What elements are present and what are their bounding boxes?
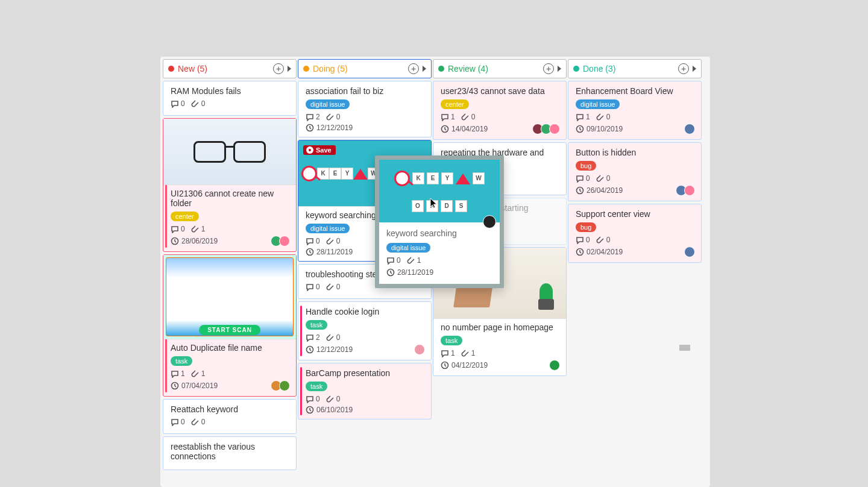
card-label: center (171, 212, 199, 221)
avatar (684, 185, 695, 196)
card[interactable]: user23/43 cannot save data center 1 0 14… (433, 81, 567, 140)
attachment-icon (191, 225, 200, 233)
card-title: Button is hidden (576, 148, 695, 157)
add-card-button[interactable]: + (678, 63, 689, 74)
card-label: digital issue (306, 224, 350, 233)
card[interactable]: BarCamp presentation task 0 0 06/10/2019 (298, 363, 432, 419)
avatar (483, 215, 496, 228)
attachment-icon (461, 349, 470, 357)
comment-count: 1 (181, 369, 185, 378)
card-avatars (552, 360, 560, 371)
comment-icon (306, 113, 314, 121)
add-card-button[interactable]: + (273, 63, 284, 74)
column-menu-icon[interactable] (288, 66, 291, 72)
card-counters: 0 0 (576, 174, 695, 183)
card-counters: 1 0 (576, 113, 695, 121)
card-drag-preview[interactable]: KEY WORDS keyword searching digital issu… (375, 156, 504, 288)
column-header-doing[interactable]: Doing (5) + (298, 59, 432, 78)
card-list: Enhancement Board View digital issue 1 0… (568, 81, 702, 263)
card-thumbnail: START SCAN (163, 255, 296, 339)
attachment-count: 0 (336, 283, 341, 291)
avatar (549, 124, 560, 134)
comment-count: 0 (181, 99, 185, 108)
column-header-done[interactable]: Done (3) + (568, 59, 702, 78)
avatar (684, 124, 695, 134)
card-avatars (687, 124, 695, 134)
card-label: bug (576, 161, 596, 171)
attachment-count: 1 (417, 256, 421, 265)
card-date: 14/04/2019 (451, 125, 488, 133)
comment-count: 0 (316, 237, 320, 245)
card[interactable]: Handle cookie login task 2 0 12/12/2019 (298, 301, 432, 360)
card-title: BarCamp presentation (306, 368, 425, 378)
card-counters: 0 0 (576, 236, 695, 244)
card[interactable]: UI21306 cannot create new folder center … (163, 118, 297, 252)
clock-icon (576, 186, 584, 195)
attachment-icon (596, 174, 605, 183)
comment-count: 0 (586, 236, 590, 244)
avatar (414, 344, 425, 355)
column-menu-icon[interactable] (693, 66, 696, 72)
card[interactable]: RAM Modules fails 0 0 (163, 81, 297, 116)
comment-icon (576, 174, 584, 183)
card[interactable]: Enhancement Board View digital issue 1 0… (568, 81, 702, 140)
clock-icon (171, 382, 179, 390)
comment-count: 0 (316, 283, 320, 291)
column-header-review[interactable]: Review (4) + (433, 59, 567, 78)
attachment-icon (407, 256, 415, 265)
attachment-icon (461, 113, 470, 121)
comment-icon (171, 99, 179, 108)
attachment-count: 0 (606, 236, 611, 244)
card-label: task (306, 320, 327, 330)
clock-icon (171, 237, 179, 245)
card-avatars (273, 236, 290, 247)
save-label: Save (316, 146, 332, 154)
comment-icon (171, 369, 179, 378)
card-stripe (300, 306, 302, 356)
card[interactable]: Reattach keyword 0 0 (163, 399, 297, 434)
card-title: Enhancement Board View (576, 86, 695, 96)
card-title: user23/43 cannot save data (441, 86, 560, 96)
card-title: Handle cookie login (306, 307, 425, 316)
comment-icon (171, 418, 179, 426)
card-date: 28/11/2019 (316, 248, 353, 256)
popup-label: digital issue (386, 243, 430, 253)
clock-icon (306, 248, 314, 256)
card-title: UI21306 cannot create new folder (171, 189, 290, 208)
resize-handle-icon[interactable] (679, 345, 690, 351)
add-card-button[interactable]: + (408, 63, 419, 74)
card-counters: 0 1 (171, 225, 290, 233)
comment-icon (441, 349, 449, 357)
card[interactable]: association fail to biz digital issue 2 … (298, 81, 432, 137)
card-list: RAM Modules fails 0 0 UI21306 cannot cre… (163, 81, 297, 470)
comment-count: 0 (316, 395, 320, 403)
card[interactable]: Button is hidden bug 0 0 26/04/2019 (568, 142, 702, 201)
clock-icon (441, 361, 449, 369)
card-date: 12/12/2019 (316, 124, 353, 132)
add-card-button[interactable]: + (543, 63, 554, 74)
card-date: 06/10/2019 (316, 406, 353, 414)
comment-icon (441, 113, 449, 121)
comment-count: 1 (451, 113, 455, 121)
card-counters: 1 1 (441, 349, 560, 357)
comment-count: 0 (181, 225, 185, 233)
card-label: digital issue (576, 99, 620, 109)
save-pin-button[interactable]: Save (303, 145, 336, 155)
attachment-count: 0 (336, 333, 341, 342)
chart-icon (456, 172, 470, 184)
attachment-icon (191, 369, 200, 378)
column-header-new[interactable]: New (5) + (163, 59, 297, 78)
card-title: Auto Duplicate file name (171, 343, 290, 353)
card[interactable]: Support center view bug 0 0 02/04/2019 (568, 204, 702, 263)
column-menu-icon[interactable] (423, 66, 426, 72)
card-title: association fail to biz (306, 86, 425, 96)
comment-icon (306, 237, 314, 245)
card[interactable]: reestablish the various connections (163, 436, 297, 470)
card-label: task (306, 382, 327, 391)
attachment-icon (596, 113, 605, 121)
column-menu-icon[interactable] (558, 66, 561, 72)
comment-icon (306, 283, 314, 291)
comment-count: 1 (451, 349, 455, 357)
card[interactable]: START SCAN Auto Duplicate file name task… (163, 254, 297, 397)
card-counters: 2 0 (306, 333, 425, 342)
